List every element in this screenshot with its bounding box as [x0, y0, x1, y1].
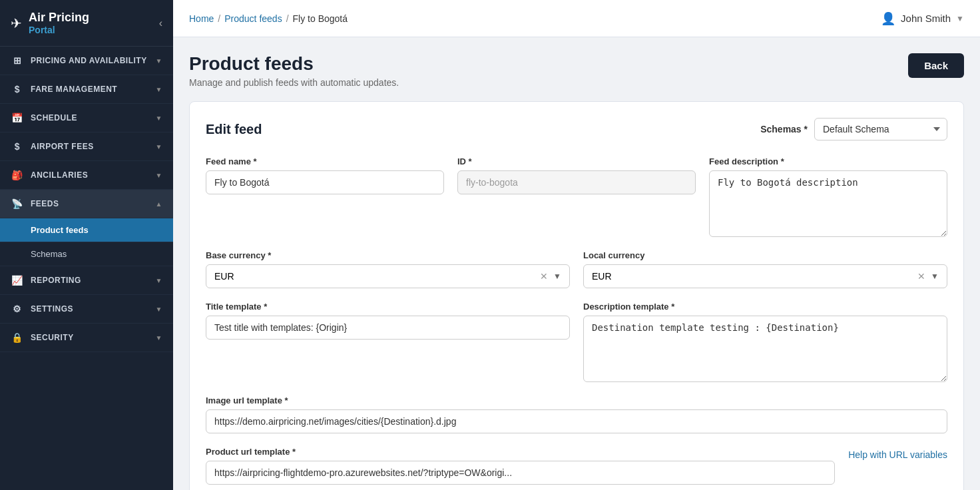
feeds-icon: 📡: [11, 198, 24, 209]
sidebar-item-settings[interactable]: ⚙ Settings ▼: [0, 295, 173, 324]
base-currency-input[interactable]: [212, 265, 537, 288]
feed-name-label: Feed name *: [206, 156, 444, 166]
sidebar-item-label: Ancillaries: [31, 170, 88, 180]
sidebar-item-fare[interactable]: $ Fare Management ▼: [0, 75, 173, 104]
sidebar-item-airport[interactable]: $ Airport Fees ▼: [0, 132, 173, 161]
feed-name-input[interactable]: [206, 170, 444, 194]
local-currency-input[interactable]: [589, 265, 915, 288]
app-title: Air Pricing: [29, 11, 89, 25]
chevron-down-icon: ▼: [156, 306, 162, 313]
breadcrumb-current: Fly to Bogotá: [293, 13, 348, 24]
main-content: Home / Product feeds / Fly to Bogotá 👤 J…: [173, 0, 980, 490]
sidebar-item-schemas[interactable]: Schemas: [0, 242, 173, 266]
local-currency-select[interactable]: ✕ ▼: [583, 264, 947, 288]
form-row-3: Title template * Description template * …: [206, 302, 947, 382]
id-input[interactable]: [457, 170, 696, 194]
user-name: John Smith: [901, 13, 951, 24]
sidebar-item-product-feeds[interactable]: Product feeds: [0, 218, 173, 242]
sidebar-item-label: Fare Management: [31, 85, 117, 94]
user-icon: 👤: [881, 11, 895, 26]
chevron-down-icon: ▼: [156, 172, 162, 179]
title-template-group: Title template *: [206, 302, 570, 382]
form-row-5: Product url template * Help with URL var…: [206, 447, 947, 485]
ancillaries-icon: 🎒: [11, 170, 24, 180]
user-chevron-icon: ▼: [956, 14, 964, 23]
feed-description-group: Feed description * Fly to Bogotá descrip…: [709, 156, 947, 237]
reporting-icon: 📈: [11, 275, 24, 286]
sub-nav-label: Schemas: [31, 249, 67, 259]
description-template-input[interactable]: Destination template testing : {Destinat…: [583, 316, 947, 382]
chevron-down-icon: ▼: [156, 86, 162, 93]
chevron-down-icon: ▼: [156, 115, 162, 122]
pricing-icon: ⊞: [11, 55, 24, 66]
form-title: Edit feed: [206, 122, 262, 137]
chevron-down-icon: ▼: [156, 334, 162, 342]
sidebar-logo: ✈ Air Pricing Portal ‹: [0, 0, 173, 47]
page-title: Product feeds: [189, 53, 399, 75]
form-row-4: Image url template *: [206, 395, 947, 433]
sidebar-item-label: Airport Fees: [31, 142, 94, 151]
image-url-label: Image url template *: [206, 395, 947, 405]
help-url-link[interactable]: Help with URL variables: [848, 449, 947, 460]
back-button[interactable]: Back: [908, 53, 964, 78]
app-subtitle: Portal: [29, 25, 89, 35]
product-url-label: Product url template *: [206, 447, 835, 457]
sidebar-item-reporting[interactable]: 📈 Reporting ▼: [0, 266, 173, 295]
page-subtitle: Manage and publish feeds with automatic …: [189, 77, 399, 88]
schemas-section: Schemas * Default SchemaCustom Schema: [760, 118, 947, 140]
sidebar-item-label: Schedule: [31, 113, 77, 122]
base-currency-chevron-icon[interactable]: ▼: [551, 272, 564, 281]
product-url-group: Product url template *: [206, 447, 835, 485]
sub-nav-label: Product feeds: [31, 225, 89, 235]
sidebar-item-label: Reporting: [31, 276, 81, 285]
page-title-area: Product feeds Manage and publish feeds w…: [189, 53, 964, 88]
feed-description-label: Feed description *: [709, 156, 947, 166]
chevron-up-icon: ▲: [156, 200, 162, 208]
local-currency-chevron-icon[interactable]: ▼: [928, 272, 941, 281]
sidebar: ✈ Air Pricing Portal ‹ ⊞ Pricing and Ava…: [0, 0, 173, 490]
image-url-group: Image url template *: [206, 395, 947, 433]
form-header: Edit feed Schemas * Default SchemaCustom…: [206, 118, 947, 140]
fare-icon: $: [11, 84, 24, 95]
form-row-2: Base currency * ✕ ▼ Local currency ✕ ▼: [206, 250, 947, 288]
title-template-label: Title template *: [206, 302, 570, 312]
breadcrumb-product-feeds[interactable]: Product feeds: [224, 13, 282, 24]
page-content: Product feeds Manage and publish feeds w…: [173, 37, 980, 490]
description-template-label: Description template *: [583, 302, 947, 312]
sidebar-item-pricing[interactable]: ⊞ Pricing and Availability ▼: [0, 47, 173, 75]
schedule-icon: 📅: [11, 113, 24, 123]
sidebar-item-label: Settings: [31, 304, 73, 314]
sidebar-item-security[interactable]: 🔒 Security ▼: [0, 324, 173, 352]
sidebar-item-label: Pricing and Availability: [31, 56, 147, 65]
chevron-down-icon: ▼: [156, 143, 162, 150]
id-label: ID *: [457, 156, 696, 166]
page-header: Home / Product feeds / Fly to Bogotá 👤 J…: [173, 0, 980, 37]
airport-icon: $: [11, 141, 24, 152]
sidebar-item-feeds[interactable]: 📡 Feeds ▲: [0, 190, 173, 218]
edit-feed-form: Edit feed Schemas * Default SchemaCustom…: [189, 101, 964, 490]
local-currency-clear-icon[interactable]: ✕: [915, 271, 928, 282]
chevron-down-icon: ▼: [156, 57, 162, 65]
chevron-down-icon: ▼: [156, 277, 162, 284]
user-menu[interactable]: 👤 John Smith ▼: [881, 11, 964, 26]
sidebar-item-schedule[interactable]: 📅 Schedule ▼: [0, 104, 173, 132]
description-template-group: Description template * Destination templ…: [583, 302, 947, 382]
sidebar-navigation: ⊞ Pricing and Availability ▼ $ Fare Mana…: [0, 47, 173, 490]
form-row-1: Feed name * ID * Feed description * Fly …: [206, 156, 947, 237]
schemas-select[interactable]: Default SchemaCustom Schema: [814, 118, 947, 140]
id-group: ID *: [457, 156, 696, 237]
product-url-input[interactable]: [206, 461, 835, 485]
plane-icon: ✈: [11, 15, 22, 31]
base-currency-label: Base currency *: [206, 250, 570, 260]
feed-description-input[interactable]: Fly to Bogotá description: [709, 170, 947, 237]
title-template-input[interactable]: [206, 316, 570, 340]
base-currency-clear-icon[interactable]: ✕: [537, 271, 551, 282]
security-icon: 🔒: [11, 332, 24, 343]
image-url-input[interactable]: [206, 409, 947, 433]
sidebar-item-ancillaries[interactable]: 🎒 Ancillaries ▼: [0, 161, 173, 190]
feed-name-group: Feed name *: [206, 156, 444, 237]
base-currency-select[interactable]: ✕ ▼: [206, 264, 570, 288]
breadcrumb-home[interactable]: Home: [189, 13, 214, 24]
collapse-icon[interactable]: ‹: [159, 17, 162, 29]
base-currency-group: Base currency * ✕ ▼: [206, 250, 570, 288]
